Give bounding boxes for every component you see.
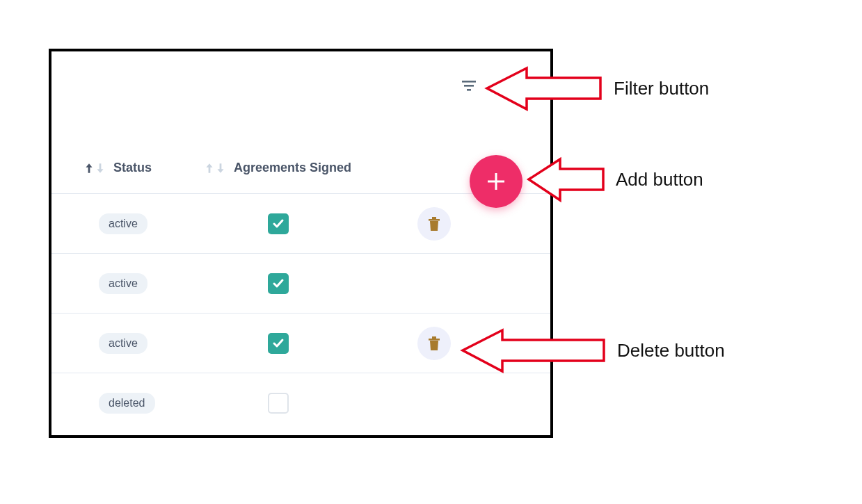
header-agreements-label: Agreements Signed [234,161,351,175]
status-badge: active [99,333,147,354]
table-row: active [51,193,550,253]
agreements-checkbox[interactable] [268,393,289,414]
delete-button[interactable] [417,327,451,360]
annotation-add: Add button [525,154,703,206]
cell-actions [365,207,504,241]
sort-agreements[interactable] [205,163,225,174]
agreements-checkbox[interactable] [268,213,289,234]
arrow-up-icon [205,163,214,174]
svg-rect-5 [429,219,440,221]
annotation-arrow-icon [484,63,605,115]
agreements-checkbox[interactable] [268,333,289,354]
arrow-down-icon [216,163,225,174]
annotation-filter: Filter button [484,63,709,115]
svg-rect-4 [488,181,504,183]
annotation-delete-label: Delete button [617,340,725,361]
svg-rect-1 [464,85,474,87]
table-row: deleted [51,373,550,432]
filter-icon [462,81,476,92]
svg-rect-7 [429,339,440,341]
agreements-checkbox[interactable] [268,273,289,294]
arrow-up-icon [84,163,94,174]
annotation-arrow-icon [525,154,607,206]
cell-status: active [51,273,205,294]
check-icon [272,337,285,350]
cell-status: active [51,333,205,354]
cell-agreements [205,273,365,294]
cell-agreements [205,333,365,354]
cell-agreements [205,393,365,414]
table-row: active [51,253,550,313]
trash-icon [427,216,441,232]
trash-icon [427,335,441,352]
filter-button[interactable] [461,78,477,95]
svg-rect-2 [467,89,471,91]
check-icon [272,218,285,230]
main-panel: Status Agreements Signed activeactiveact… [49,49,553,438]
delete-button[interactable] [417,207,451,241]
cell-status: deleted [51,393,205,414]
annotation-arrow-icon [459,325,609,377]
svg-rect-0 [462,81,476,83]
header-status-label: Status [113,161,152,175]
add-button[interactable] [470,155,522,208]
cell-status: active [51,213,205,234]
status-badge: deleted [99,393,155,414]
status-badge: active [99,213,147,234]
arrow-down-icon [95,163,105,174]
svg-rect-6 [432,217,436,219]
annotation-delete: Delete button [459,325,725,377]
svg-rect-8 [432,336,436,339]
cell-agreements [205,213,365,234]
plus-icon [486,172,506,191]
annotation-add-label: Add button [616,169,703,190]
check-icon [272,277,285,290]
annotation-filter-label: Filter button [614,78,709,99]
sort-status[interactable] [84,163,105,174]
status-badge: active [99,273,147,294]
